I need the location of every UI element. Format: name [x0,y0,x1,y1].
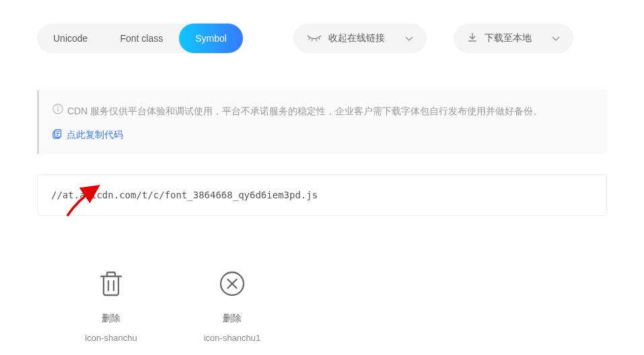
svg-line-0 [309,38,310,40]
collapse-link-label: 收起在线链接 [328,32,385,44]
icon-classname: icon-shanchu1 [204,333,261,343]
collapse-link-button[interactable]: 收起在线链接 [293,24,427,53]
notice-text: CDN 服务仅供平台体验和调试使用，平台不承诺服务的稳定性，企业客户需下载字体包… [67,104,542,118]
download-label: 下载至本地 [485,32,532,44]
code-url: //at.alicdn.com/t/c/font_3864668_qy6d6ie… [51,190,318,200]
chevron-down-icon [405,33,413,44]
info-icon [52,104,63,118]
notice-text-row: CDN 服务仅供平台体验和调试使用，平台不承诺服务的稳定性，企业客户需下载字体包… [52,104,594,118]
notice-card: CDN 服务仅供平台体验和调试使用，平台不承诺服务的稳定性，企业客户需下载字体包… [37,90,607,154]
svg-rect-6 [57,108,58,112]
icon-label: 删除 [102,313,120,325]
trash-icon [97,270,125,301]
chevron-down-icon [552,33,560,44]
copy-code-link[interactable]: 点此复制代码 [52,129,123,141]
icon-item[interactable]: 删除 icon-shanchu1 [199,270,266,343]
toolbar: Unicode Font class Symbol 收起在线链接 下载至本地 [37,24,607,53]
download-icon [467,32,478,45]
tab-group: Unicode Font class Symbol [37,24,243,53]
tab-fontclass[interactable]: Font class [104,24,179,53]
icon-classname: icon-shanchu [85,333,137,343]
tab-symbol[interactable]: Symbol [179,24,243,53]
download-button[interactable]: 下载至本地 [454,24,573,53]
copy-icon [52,129,63,141]
icon-grid: 删除 icon-shanchu 删除 icon-shanchu1 [77,270,607,343]
close-circle-icon [218,270,246,301]
tab-unicode[interactable]: Unicode [37,24,104,53]
closed-eyes-icon [307,33,322,44]
svg-point-5 [57,106,59,108]
icon-label: 删除 [223,313,242,325]
icon-item[interactable]: 删除 icon-shanchu [77,270,145,343]
svg-line-1 [312,39,312,41]
svg-line-3 [319,38,320,40]
code-box[interactable]: //at.alicdn.com/t/c/font_3864668_qy6d6ie… [37,174,607,216]
svg-line-2 [316,39,317,41]
copy-code-label: 点此复制代码 [67,129,123,141]
